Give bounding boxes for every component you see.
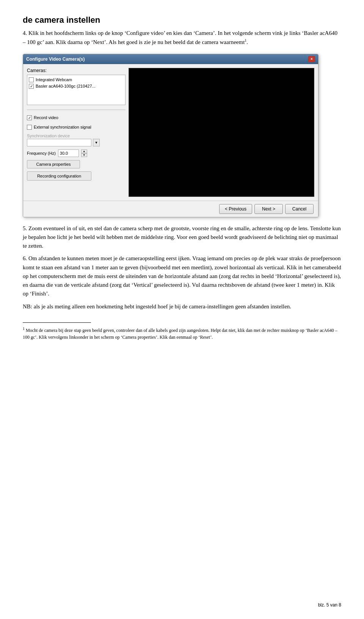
record-video-label: Record video [34, 115, 58, 120]
step4-end: . [246, 39, 248, 45]
ext-sync-label: External synchronization signal [34, 125, 91, 129]
dialog-titlebar: Configure Video Camera(s) × [23, 54, 318, 64]
footnote-separator [23, 322, 91, 323]
record-video-row[interactable]: Record video [27, 115, 126, 121]
camera-properties-button[interactable]: Camera properties [27, 160, 80, 168]
camera-item-2[interactable]: Basler acA640-100gc (210427... [29, 83, 124, 90]
nb-paragraph: NB: als je als meting alleen een hoekmet… [23, 302, 341, 311]
footnote-1-text: Mocht de camera bij deze stap geen beeld… [23, 328, 337, 340]
dialog-body: Cameras: Integrated Webcam Basler acA640… [23, 64, 318, 201]
next-button[interactable]: Next > [254, 204, 283, 214]
dialog-close-button[interactable]: × [308, 56, 315, 62]
dialog-wrapper: Configure Video Camera(s) × Cameras: Int… [23, 54, 341, 217]
recording-configuration-button[interactable]: Recording configuration [27, 171, 91, 181]
camera-2-label: Basler acA640-100gc (210427... [36, 84, 96, 88]
freq-spin-up[interactable]: ▲ [81, 149, 87, 153]
page-heading: de camera instellen [23, 15, 341, 25]
sync-dropdown[interactable] [27, 139, 91, 146]
record-video-checkbox[interactable] [27, 115, 32, 120]
freq-spinners: ▲ ▼ [81, 149, 87, 157]
sync-device-section: Synchronization device ▼ [27, 134, 126, 146]
rec-config-btn-wrapper: Recording configuration [27, 171, 126, 181]
dialog-left-panel: Cameras: Integrated Webcam Basler acA640… [27, 68, 126, 197]
step4-text: 4. Klik in het hoofdscherm links op de k… [23, 30, 337, 45]
step4-paragraph: 4. Klik in het hoofdscherm links op de k… [23, 29, 341, 47]
divider-1 [27, 110, 126, 110]
previous-button[interactable]: < Previous [219, 204, 252, 214]
ext-sync-checkbox[interactable] [27, 125, 32, 130]
sync-dropdown-row: ▼ [27, 139, 126, 146]
freq-label: Frequency (Hz) [27, 151, 56, 156]
camera-preview [129, 68, 314, 197]
freq-spin-down[interactable]: ▼ [81, 153, 87, 157]
cam-props-btn-wrapper: Camera properties [27, 160, 126, 168]
footnote-1-marker: 1 [23, 327, 25, 331]
frequency-row: Frequency (Hz) 30.0 ▲ ▼ [27, 149, 126, 157]
camera-list: Integrated Webcam Basler acA640-100gc (2… [27, 75, 126, 105]
dialog-footer: < Previous Next > Cancel [23, 201, 318, 217]
cameras-label: Cameras: [27, 68, 126, 73]
configure-video-dialog: Configure Video Camera(s) × Cameras: Int… [23, 54, 318, 217]
camera-1-checkbox[interactable] [29, 77, 34, 82]
page-number: blz. 5 van 8 [318, 602, 341, 608]
camera-item-1[interactable]: Integrated Webcam [29, 77, 124, 83]
sync-device-label: Synchronization device [27, 134, 126, 138]
camera-1-label: Integrated Webcam [36, 77, 72, 82]
body-text-section: 5. Zoom eventueel in of uit, en stel dan… [23, 224, 341, 311]
footnote-text: 1 Mocht de camera bij deze stap geen bee… [23, 326, 341, 341]
freq-input[interactable]: 30.0 [58, 149, 79, 157]
step6-paragraph: 6. Om afstanden te kunnen meten moet je … [23, 254, 341, 298]
sync-dropdown-arrow[interactable]: ▼ [93, 139, 100, 146]
cancel-button[interactable]: Cancel [285, 204, 314, 214]
step5-paragraph: 5. Zoom eventueel in of uit, en stel dan… [23, 224, 341, 251]
camera-2-checkbox[interactable] [29, 84, 34, 89]
ext-sync-row[interactable]: External synchronization signal [27, 124, 126, 130]
dialog-title: Configure Video Camera(s) [26, 57, 85, 62]
